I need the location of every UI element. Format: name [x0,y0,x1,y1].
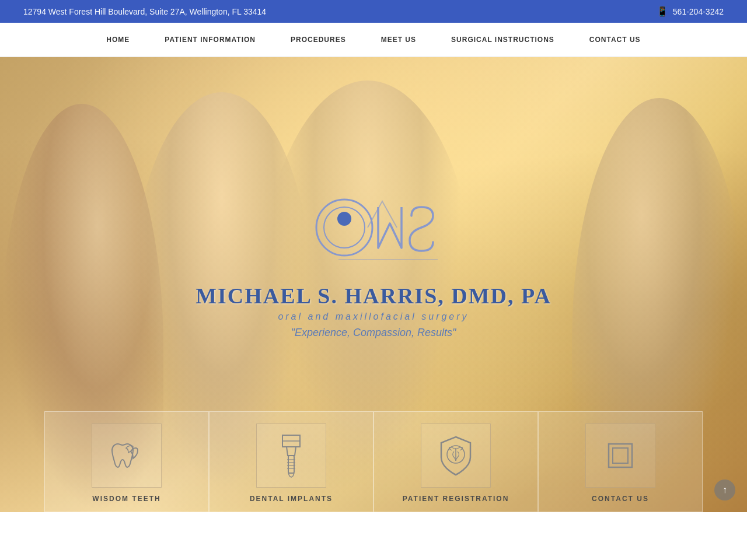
dental-implants-icon-box [256,424,326,488]
top-bar: 12794 West Forest Hill Boulevard, Suite … [0,0,747,23]
contact-us-card-label: CONTACT US [592,495,649,503]
svg-point-2 [337,212,351,226]
wisdom-teeth-icon-box [92,424,162,488]
nav-meet-us[interactable]: MEET US [364,23,434,57]
hero-content: MICHAEL S. HARRIS, DMD, PA oral and maxi… [196,184,551,339]
card-wisdom-teeth[interactable]: WISDOM TEETH [44,411,209,512]
patient-registration-label: PATIENT REGISTRATION [403,495,509,503]
phone-container: 📱 561-204-3242 [657,6,724,17]
card-patient-registration[interactable]: PATIENT REGISTRATION [374,411,538,512]
phone-icon: 📱 [657,6,668,17]
implant-icon [271,432,312,479]
nav-contact-us[interactable]: CONTACT US [572,23,658,57]
nav-home[interactable]: HOME [89,23,147,57]
practice-subtitle: oral and maxillofacial surgery [278,312,469,322]
wisdom-teeth-label: WISDOM TEETH [92,495,160,503]
scroll-up-button[interactable]: ↑ [714,480,735,501]
practice-name: MICHAEL S. HARRIS, DMD, PA [196,283,551,309]
practice-tagline: "Experience, Compassion, Results" [291,327,456,339]
card-dental-implants[interactable]: DENTAL IMPLANTS [209,411,374,512]
contact-icon [600,435,641,476]
nav-patient-information[interactable]: PATIENT INFORMATION [147,23,273,57]
tooth-icon [106,435,147,476]
hero-section: MICHAEL S. HARRIS, DMD, PA oral and maxi… [0,57,747,512]
svg-rect-13 [613,448,628,463]
svg-rect-5 [288,456,294,473]
dental-implants-label: DENTAL IMPLANTS [250,495,333,503]
oms-logo [292,184,455,277]
cards-section: WISDOM TEETH [0,411,747,512]
main-nav: HOME PATIENT INFORMATION PROCEDURES MEET… [0,23,747,57]
nav-procedures[interactable]: PROCEDURES [273,23,364,57]
registration-icon [435,434,476,478]
patient-registration-icon-box [421,424,491,488]
svg-point-0 [316,200,372,256]
nav-surgical-instructions[interactable]: SURGICAL INSTRUCTIONS [434,23,572,57]
contact-us-icon-box [585,424,655,488]
phone-number: 561-204-3242 [673,7,724,16]
address: 12794 West Forest Hill Boulevard, Suite … [23,7,266,16]
card-contact-us[interactable]: CONTACT US [538,411,703,512]
